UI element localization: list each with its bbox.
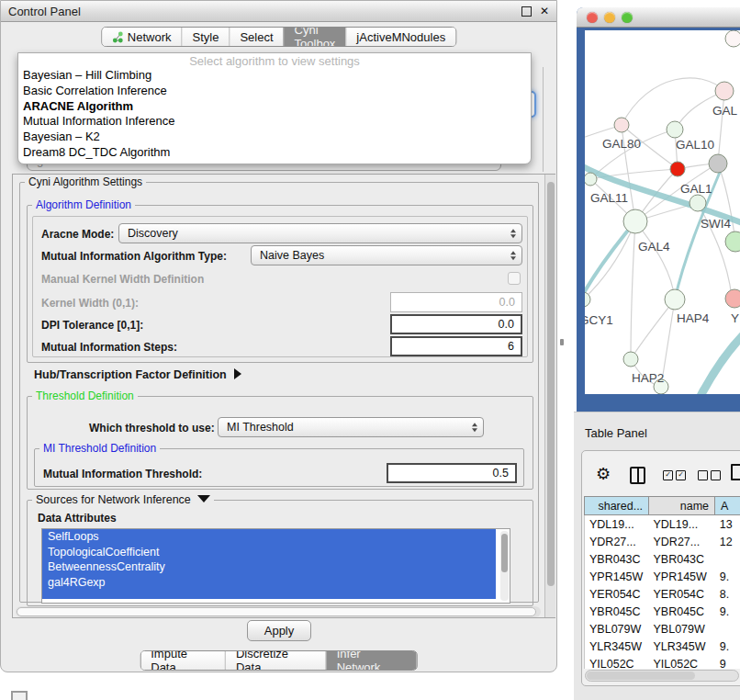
network-node[interactable] — [690, 195, 706, 211]
attribute-list-item-selected[interactable]: BetweennessCentrality — [42, 559, 496, 575]
combo-arrows-icon — [510, 229, 516, 238]
network-node[interactable] — [725, 289, 740, 308]
tab-cyni-toolbox[interactable]: Cyni Toolbox — [284, 28, 346, 46]
network-node[interactable] — [715, 82, 734, 100]
column-header-3[interactable]: A — [714, 497, 740, 514]
network-edge[interactable] — [622, 78, 724, 125]
settings-horizontal-scrollbar[interactable] — [16, 606, 541, 617]
split-columns-icon[interactable] — [630, 467, 645, 484]
page-icon[interactable] — [731, 464, 740, 480]
algorithm-menu-item[interactable]: Dream8 DC_TDC Algorithm — [18, 145, 531, 161]
sources-legend[interactable]: Sources for Network Inference — [32, 493, 214, 506]
table-row[interactable]: YER054CYER054C8. — [585, 585, 740, 603]
network-icon — [112, 31, 123, 43]
network-edge[interactable] — [701, 333, 740, 394]
table-row[interactable]: YBL079WYBL079W — [585, 620, 740, 638]
checked-columns-icon[interactable]: ✓✓ — [663, 470, 686, 480]
table-row[interactable]: YPR145WYPR145W9. — [585, 568, 740, 585]
network-node[interactable] — [667, 121, 683, 138]
network-view-window: GALGAL80GAL10GAL1GAL11SWI4GAL4GCY1HAP4YH… — [577, 7, 740, 418]
network-node[interactable] — [670, 162, 685, 176]
network-node[interactable] — [585, 173, 597, 186]
data-attributes-list[interactable]: SelfLoopsTopologicalCoefficientBetweenne… — [41, 528, 510, 604]
tab-label: Style — [193, 30, 219, 44]
table-row[interactable]: YBR043CYBR043C — [585, 550, 740, 568]
table-cell: YBR045C — [649, 605, 715, 618]
column-header-2[interactable]: name — [648, 497, 714, 514]
algorithm-menu-item[interactable]: Mutual Information Inference — [18, 114, 531, 130]
table-row[interactable]: YIL052CYIL052C9 — [585, 655, 740, 669]
minimize-traffic-light-icon[interactable] — [604, 12, 615, 23]
control-panel-titlebar: Control Panel ✕ — [1, 1, 556, 22]
settings-vertical-scrollbar[interactable] — [544, 175, 555, 617]
bottom-tab-impute-data[interactable]: Impute Data — [140, 651, 225, 670]
algorithm-menu-item[interactable]: Bayesian – K2 — [18, 130, 531, 145]
network-node[interactable] — [665, 289, 685, 310]
network-node-label: Y — [731, 311, 739, 325]
panel-divider-handle[interactable] — [560, 339, 564, 345]
attribute-list-item-selected[interactable]: TopologicalCoefficient — [42, 545, 496, 560]
bottom-tab-discretize-data[interactable]: Discretize Data — [225, 651, 326, 670]
tab-jactivemnodules[interactable]: jActiveMNodules — [345, 28, 455, 46]
network-node[interactable] — [725, 30, 740, 47]
collapsed-arrow-icon[interactable] — [234, 368, 241, 379]
zoom-traffic-light-icon[interactable] — [622, 12, 633, 23]
network-node[interactable] — [585, 292, 590, 307]
kernel-width-field: 0.0 — [390, 292, 522, 312]
table-cell: YDL19... — [585, 518, 649, 531]
attribute-list-item-selected[interactable]: SelfLoops — [42, 529, 496, 545]
algorithm-menu-item[interactable]: ARACNE Algorithm — [18, 99, 531, 115]
mi-steps-field[interactable]: 6 — [390, 336, 522, 356]
float-window-icon[interactable] — [521, 6, 532, 17]
network-edge[interactable] — [635, 221, 675, 299]
network-node[interactable] — [725, 231, 740, 252]
table-row[interactable]: YBR045CYBR045C9. — [585, 603, 740, 620]
table-row[interactable]: YLR345WYLR345W9. — [585, 638, 740, 655]
algorithm-menu-item[interactable]: Bayesian – Hill Climbing — [18, 68, 531, 84]
mi-threshold-field[interactable]: 0.5 — [387, 463, 517, 483]
network-node-label: GAL11 — [590, 191, 628, 205]
close-traffic-light-icon[interactable] — [587, 12, 598, 23]
network-node-label: GCY1 — [585, 313, 613, 327]
apply-button[interactable]: Apply — [247, 620, 311, 641]
column-header-1[interactable]: shared... — [585, 497, 648, 514]
manual-kernel-checkbox[interactable] — [508, 272, 521, 285]
table-row[interactable]: YDR27...YDR27...12 — [585, 533, 740, 550]
network-node[interactable] — [623, 352, 638, 367]
attributes-list-scrollbar[interactable] — [500, 531, 509, 601]
network-edge[interactable] — [631, 299, 675, 359]
table-row[interactable]: YDL19...YDL19...13 — [585, 515, 740, 533]
network-node[interactable] — [709, 154, 727, 173]
gear-icon[interactable]: ⚙ — [596, 466, 611, 482]
tab-select[interactable]: Select — [229, 28, 283, 46]
network-edge[interactable] — [718, 91, 724, 164]
unchecked-columns-icon[interactable] — [698, 470, 721, 480]
control-panel-tabbar: NetworkStyleSelectCyni ToolboxjActiveMNo… — [101, 27, 456, 47]
network-edge[interactable] — [585, 221, 635, 304]
table-cell: YIL052C — [649, 658, 715, 670]
mi-type-combo[interactable]: Naive Bayes — [251, 245, 522, 265]
network-node-label: GAL — [712, 104, 738, 118]
network-window-titlebar — [577, 7, 740, 28]
bottom-tab-infer-network[interactable]: Infer Network — [326, 651, 417, 670]
bottom-tab-label: Discretize Data — [236, 650, 316, 671]
aracne-mode-combo[interactable]: Discovery — [118, 223, 522, 243]
network-edge[interactable] — [631, 221, 635, 359]
tab-style[interactable]: Style — [182, 28, 230, 46]
attribute-list-item-selected[interactable]: gal4RGexp — [42, 575, 496, 591]
algorithm-dropdown-popup: Select algorithm to view settings Bayesi… — [17, 52, 532, 164]
network-node[interactable] — [623, 209, 647, 233]
table-horizontal-scrollbar[interactable] — [585, 670, 739, 682]
network-node[interactable] — [614, 118, 629, 132]
table-cell: YBR045C — [585, 605, 649, 618]
tab-network[interactable]: Network — [102, 28, 182, 46]
dpi-tolerance-field[interactable]: 0.0 — [390, 314, 522, 334]
hub-section-header[interactable]: Hub/Transcription Factor Definition — [34, 368, 241, 381]
algorithm-menu-item[interactable]: Basic Correlation Inference — [18, 84, 531, 99]
combo-arrows-icon — [472, 423, 477, 432]
expanded-arrow-icon[interactable] — [197, 495, 210, 502]
network-canvas[interactable]: GALGAL80GAL10GAL1GAL11SWI4GAL4GCY1HAP4YH… — [585, 30, 740, 394]
close-window-icon[interactable]: ✕ — [540, 7, 549, 16]
which-threshold-combo[interactable]: MI Threshold — [218, 417, 484, 437]
list-item-clipped[interactable] — [42, 590, 496, 599]
